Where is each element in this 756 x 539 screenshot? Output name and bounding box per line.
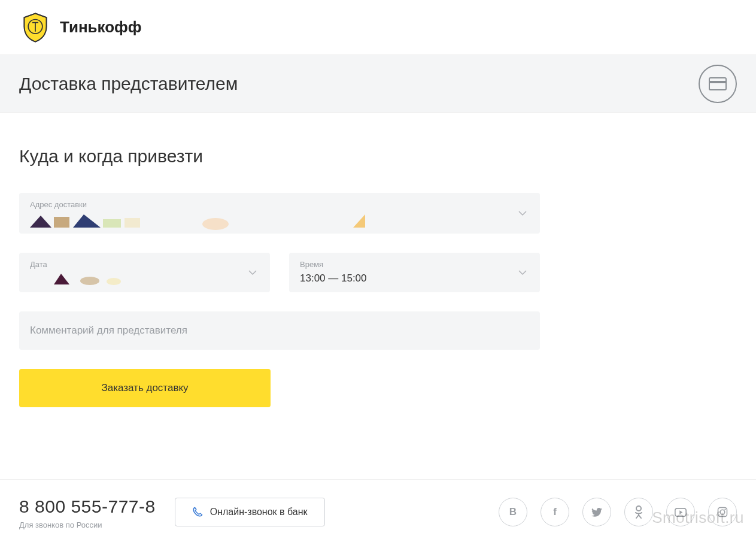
svg-point-8 [202,218,229,230]
svg-marker-15 [679,510,682,514]
top-bar: Тинькофф [0,0,756,55]
page-title: Доставка представителем [19,74,238,94]
svg-point-18 [724,508,725,510]
twitter-icon [591,508,602,517]
social-facebook[interactable]: f [541,498,569,526]
time-value: 13:00 — 15:00 [300,272,367,284]
social-twitter[interactable] [582,498,611,526]
card-icon-button[interactable] [699,65,737,103]
brand-name: Тинькофф [60,18,142,37]
credit-card-icon [709,77,727,90]
time-select[interactable]: Время 13:00 — 15:00 [289,253,540,292]
social-youtube[interactable] [666,498,695,526]
svg-rect-6 [103,219,121,228]
phone-icon [192,507,203,517]
svg-rect-7 [125,218,140,228]
footer: 8 800 555-777-8 Для звонков по России Он… [0,480,756,534]
title-strip: Доставка представителем [0,55,756,113]
svg-marker-3 [30,216,51,228]
svg-point-11 [80,277,99,285]
section-heading: Куда и когда привезти [19,146,737,166]
address-label: Адрес доставки [30,200,529,209]
svg-marker-9 [353,214,365,228]
social-vk[interactable]: В [499,498,527,526]
svg-marker-5 [73,214,101,228]
brand-logo[interactable]: Тинькофф [19,11,142,44]
youtube-icon [675,508,687,517]
time-label: Время [300,260,529,269]
date-select[interactable]: Дата [19,253,270,292]
tinkoff-shield-icon [19,11,51,44]
date-label: Дата [30,260,259,269]
svg-rect-1 [709,78,726,90]
chevron-down-icon [518,208,527,219]
ok-icon [634,505,643,519]
address-select[interactable]: Адрес доставки [19,193,540,234]
svg-point-12 [107,278,121,285]
social-links: В f [499,498,737,526]
comment-placeholder: Комментарий для представителя [30,325,187,336]
phone-number[interactable]: 8 800 555-777-8 [19,496,156,517]
delivery-form: Адрес доставки [19,193,540,407]
svg-point-17 [720,510,725,514]
svg-rect-2 [709,81,726,83]
address-value-redacted [30,213,365,230]
chevron-down-icon [248,267,257,278]
social-instagram[interactable] [708,498,737,526]
phone-note: Для звонков по России [19,520,156,529]
online-call-label: Онлайн-звонок в банк [210,507,308,517]
instagram-icon [717,507,728,517]
chevron-down-icon [518,267,527,278]
comment-input[interactable]: Комментарий для представителя [19,311,540,350]
svg-point-13 [636,506,641,511]
svg-rect-4 [54,217,69,228]
online-call-button[interactable]: Онлайн-звонок в банк [175,498,325,526]
date-value-redacted [30,272,259,286]
svg-marker-10 [54,274,69,284]
submit-button[interactable]: Заказать доставку [19,369,271,407]
social-ok[interactable] [624,498,653,526]
